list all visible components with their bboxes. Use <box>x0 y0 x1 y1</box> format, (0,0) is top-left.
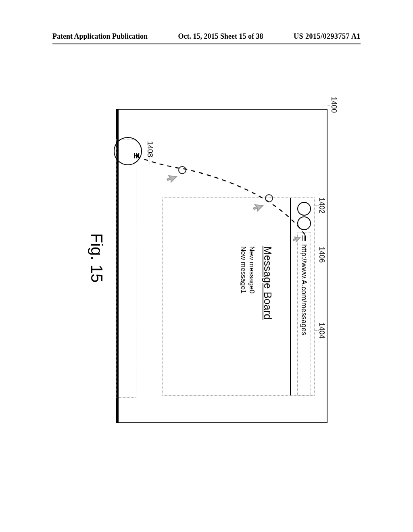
header-rule <box>52 44 361 44</box>
page-header: Patent Application Publication Oct. 15, … <box>52 32 361 41</box>
svg-point-0 <box>265 195 273 202</box>
figure-caption: Fig. 15 <box>88 85 106 431</box>
header-center: Oct. 15, 2015 Sheet 15 of 38 <box>178 32 263 41</box>
figure-canvas: 1400 1402 1406 1404 1408 http://www.A.co… <box>77 85 336 431</box>
drag-path <box>77 85 336 431</box>
header-right: US 2015/0293757 A1 <box>294 32 361 41</box>
svg-point-1 <box>179 166 186 174</box>
header-left: Patent Application Publication <box>52 32 148 41</box>
page: Patent Application Publication Oct. 15, … <box>0 0 413 532</box>
